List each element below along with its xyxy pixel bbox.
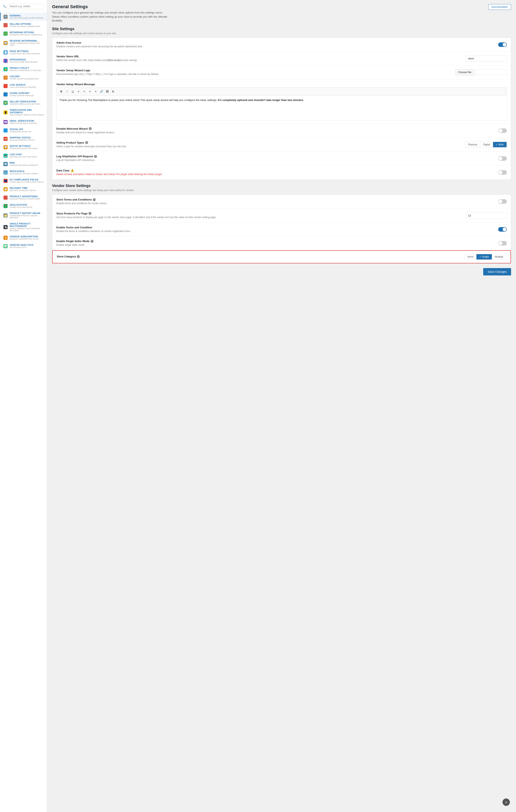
- disable-wizard-row: Disable Welcome Wizard ? Disable welcome…: [52, 124, 511, 138]
- sidebar-item-spm[interactable]: 🏷️SINGLE PRODUCT MULTIVENDORSINGLE PRODU…: [0, 221, 47, 233]
- sidebar-item-livechat[interactable]: 💻LIVE CHATSECURE LIVE CHAT SETTINGS: [0, 151, 47, 160]
- sidebar-icon-geo: 📍: [3, 204, 7, 208]
- sidebar-subtitle-subscription: MANAGE SUBSCRIPTION PLANS: [10, 238, 38, 240]
- store-category-none[interactable]: None: [465, 254, 477, 259]
- single-seller-row: Enable Single Seller Mode ? Enable singl…: [52, 236, 511, 250]
- align-left-btn[interactable]: ≡: [76, 89, 81, 94]
- sidebar-subtitle-page: STORE PAGE SETTINGS MANAGE: [10, 53, 40, 55]
- sidebar-title-subscription: VENDOR SUBSCRIPTION: [10, 235, 38, 238]
- documentation-button[interactable]: Documentation: [488, 4, 511, 10]
- file-name-input[interactable]: [476, 69, 507, 75]
- sidebar-icon-report: 🗂️: [3, 213, 7, 218]
- sidebar-icon-wholesale: 🏪: [3, 170, 7, 174]
- choose-file-button[interactable]: Choose File: [455, 69, 474, 75]
- sidebar-icon-spm: 🏷️: [3, 225, 7, 229]
- image-btn[interactable]: 🖼: [105, 89, 110, 94]
- sidebar-title-shipping: SHIPPING STATUS: [10, 136, 34, 139]
- disable-wizard-toggle[interactable]: [498, 128, 507, 133]
- sidebar-item-appearance[interactable]: 👤APPEARANCECUSTOM STORE APPEARANCE: [0, 57, 47, 65]
- save-changes-button[interactable]: Save Changes: [483, 268, 511, 276]
- sidebar-subtitle-social: CONFIGURE SOCIAL API: [10, 130, 31, 133]
- sidebar-item-privacy[interactable]: 🔒PRIVACY POLICYUPDATE STORE PRIVACY POLI…: [0, 65, 47, 73]
- site-settings-card: Admin Area Access Disallow vendors and c…: [52, 38, 511, 180]
- sidebar-item-quote[interactable]: 💬QUOTE SETTINGSCONFIGURE QUOTE SETTINGS: [0, 143, 47, 151]
- sidebar-item-reverse[interactable]: 🔄REVERSE WITHDRAWALADMIN COMMISSION CONF…: [0, 38, 47, 48]
- vendor-store-url-info: Vendor Store URL Define the vendor store…: [56, 55, 466, 62]
- sidebar-item-email[interactable]: 📧EMAIL VERIFICATIONVERIFICATION EMAIL MA…: [0, 118, 47, 126]
- sidebar-item-page[interactable]: 📄PAGE SETTINGSSTORE PAGE SETTINGS MANAGE: [0, 48, 47, 57]
- sidebar-item-colors[interactable]: 🎨COLORSSTORE COLOR CUSTOMIZATION: [0, 73, 47, 82]
- wizard-message-editor: B I U ≡ ≡ ≡ ≡ 🔗 🖼 ⊞ Thank you for choosi…: [56, 87, 507, 120]
- sidebar-item-shipping[interactable]: 🚚SHIPPING STATUSMANAGE SHIPPING STATUS: [0, 135, 47, 143]
- vendor-store-url-input[interactable]: [466, 56, 507, 61]
- sidebar-item-seller[interactable]: ✅SELLER VERIFICATIONVENDOR VERIFICATION …: [0, 98, 47, 107]
- store-terms-toggle[interactable]: [498, 199, 507, 204]
- link-btn[interactable]: 🔗: [99, 89, 104, 94]
- scroll-up-button[interactable]: ∧: [503, 799, 510, 806]
- wizard-message-label: Vendor Setup Wizard Message: [56, 83, 95, 86]
- vendor-settings-title: Vendor Store Settings: [52, 184, 511, 188]
- sidebar-item-delivery[interactable]: ⏱️DELIVERY TIMEDELIVERY SCHEDULE SETUP: [0, 185, 47, 193]
- sidebar-item-subscription[interactable]: 🌟VENDOR SUBSCRIPTIONMANAGE SUBSCRIPTION …: [0, 233, 47, 242]
- sidebar-item-analytics[interactable]: 📊VENDOR ANALYTICSSETUP ANALYTICS: [0, 242, 47, 250]
- disable-wizard-info: Disable Welcome Wizard ? Disable welcome…: [56, 127, 498, 134]
- table-btn[interactable]: ⊞: [110, 89, 115, 94]
- editor-content[interactable]: Thank you for choosing The Marketplace t…: [57, 96, 507, 120]
- both-option[interactable]: ✓ Both: [493, 142, 507, 147]
- log-shipstation-toggle[interactable]: [498, 156, 507, 161]
- store-category-single[interactable]: ✓ Single: [477, 254, 492, 259]
- underline-btn[interactable]: U: [70, 89, 75, 94]
- sidebar-item-livesearch[interactable]: 🔴LIVE SEARCHAJAX LIVE SEARCH CONTROL: [0, 82, 47, 90]
- single-seller-toggle[interactable]: [498, 241, 507, 245]
- sidebar-item-sms[interactable]: 📱VERIFICATION SMS GATEWAYSSMS GATEWAY VE…: [0, 107, 47, 118]
- sidebar-item-productadv[interactable]: 📣PRODUCT ADVERTISINGMANAGE PRODUCT ADVER…: [0, 193, 47, 202]
- sidebar-item-report[interactable]: 🗂️PRODUCT REPORT ABUSECONFIGURE PRODUCT …: [0, 210, 47, 221]
- sidebar-subtitle-report: CONFIGURE PRODUCT ABUSAL REPORTS: [10, 214, 44, 219]
- enable-terms-sublabel: Enable the terms & conditions checkbox o…: [56, 230, 498, 233]
- sidebar-subtitle-reverse: ADMIN COMMISSION CONFIG (ON COD): [10, 42, 44, 46]
- products-per-page-input[interactable]: [466, 212, 507, 219]
- sidebar-title-report: PRODUCT REPORT ABUSE: [10, 212, 44, 214]
- store-category-multiple[interactable]: Multiple: [492, 254, 506, 259]
- align-center-btn[interactable]: ≡: [82, 89, 87, 94]
- admin-access-toggle[interactable]: [498, 42, 507, 47]
- selling-types-info: Selling Product Types ? Select a type fo…: [56, 141, 465, 148]
- single-seller-help-icon: ?: [90, 240, 93, 243]
- sidebar-title-productadv: PRODUCT ADVERTISING: [10, 195, 40, 198]
- sidebar-item-eu[interactable]: 🇪🇺EU COMPLIANCE FIELDSCONFIGURE EU COMPL…: [0, 177, 47, 185]
- sidebar-item-rma[interactable]: 🔄RMAMANAGE RETURN & WARRANTY: [0, 160, 47, 168]
- sidebar-item-wholesale[interactable]: 🏪WHOLESALEWHOLESALE CHANNEL CONFIG: [0, 168, 47, 177]
- sidebar-icon-delivery: ⏱️: [3, 187, 7, 191]
- disable-wizard-help-icon: ?: [89, 127, 91, 130]
- sidebar-item-support[interactable]: 👥STORE SUPPORTSTORE SUPPORT MANAGE: [0, 90, 47, 98]
- data-clear-toggle[interactable]: [498, 170, 507, 175]
- bold-btn[interactable]: B: [59, 89, 64, 94]
- sidebar-subtitle-email: VERIFICATION EMAIL MANAGE: [10, 122, 37, 124]
- enable-terms-toggle[interactable]: [498, 227, 507, 232]
- store-category-label: Store Category ?: [57, 255, 464, 258]
- sidebar-item-selling[interactable]: 🛒SELLING OPTIONSSTORE SETTINGS, COMMISSI…: [0, 21, 47, 29]
- wizard-logo-row: Vendor Setup Wizard Logo Recommended log…: [52, 65, 511, 80]
- sidebar-item-withdraw[interactable]: 🟢WITHDRAW OPTIONSWITHDRAW SETTINGS, THRE…: [0, 29, 47, 38]
- sidebar-title-email: EMAIL VERIFICATION: [10, 120, 37, 122]
- sidebar-item-general[interactable]: ⚙️GENERALSITE SETTINGS AND STORE OPTIONS: [0, 12, 47, 21]
- justify-btn[interactable]: ≡: [93, 89, 98, 94]
- sidebar-icon-withdraw: 🟢: [3, 32, 7, 36]
- sidebar-icon-analytics: 📊: [3, 244, 7, 248]
- products-per-page-label: Store Products Per Page ?: [56, 212, 466, 215]
- sidebar-icon-livechat: 💻: [3, 153, 7, 158]
- log-shipstation-help-icon: ?: [94, 155, 97, 158]
- digital-option[interactable]: Digital: [480, 142, 493, 147]
- sidebar-icon-rma: 🔄: [3, 162, 7, 166]
- search-input[interactable]: [8, 4, 44, 9]
- sidebar-item-social[interactable]: 🌐SOCIAL APICONFIGURE SOCIAL API: [0, 126, 47, 135]
- sidebar-item-geo[interactable]: 📍GEOLOCATIONSTORE LOCATION SETUP: [0, 202, 47, 210]
- sidebar-title-livesearch: LIVE SEARCH: [10, 84, 36, 86]
- search-box[interactable]: 🔍: [0, 2, 47, 11]
- store-terms-sublabel: Enable terms and conditions for vendor s…: [56, 202, 498, 205]
- italic-btn[interactable]: I: [64, 89, 70, 94]
- physical-option[interactable]: Physical: [465, 142, 480, 147]
- sidebar-icon-seller: ✅: [3, 101, 7, 105]
- main-content: General Settings You can configure your …: [47, 0, 516, 812]
- align-right-btn[interactable]: ≡: [87, 89, 92, 94]
